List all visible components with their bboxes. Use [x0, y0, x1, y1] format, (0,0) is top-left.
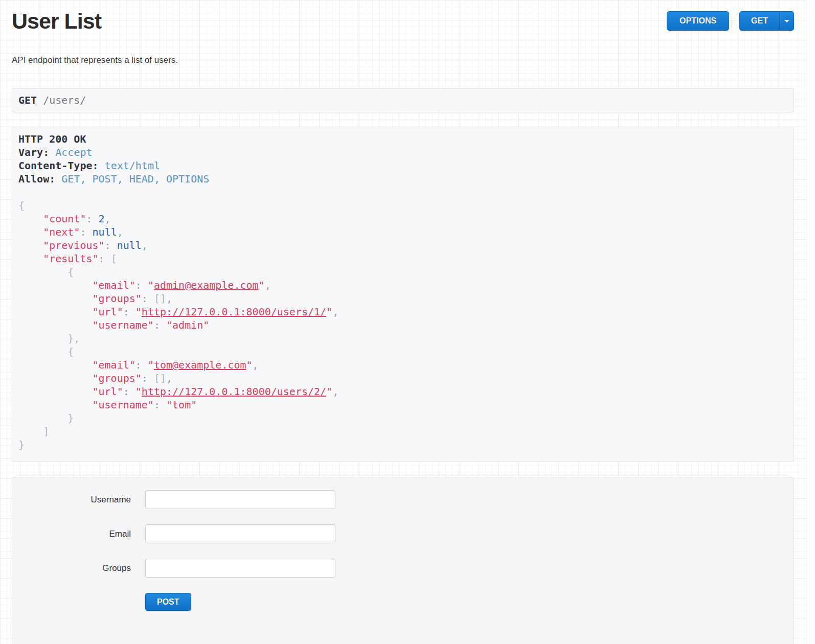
groups-row: Groups — [12, 559, 794, 578]
code-token: , — [105, 213, 111, 225]
code-token — [18, 372, 93, 384]
response-link[interactable]: http://127.0.0.1:8000/users/2/ — [142, 385, 326, 398]
code-token: : — [135, 359, 148, 371]
code-token: Accept — [55, 146, 92, 158]
code-token: : — [142, 292, 154, 305]
response-link[interactable]: http://127.0.0.1:8000/users/1/ — [142, 306, 326, 318]
code-token: "email" — [93, 279, 135, 291]
caret-down-icon — [784, 20, 789, 22]
code-token: 2 — [99, 213, 105, 225]
scrollbar-gutter — [806, 0, 815, 644]
code-token — [18, 252, 43, 265]
email-input[interactable] — [145, 524, 335, 543]
code-token: " — [259, 279, 265, 291]
code-token — [18, 385, 93, 398]
get-dropdown-toggle[interactable] — [780, 11, 794, 31]
code-token: "count" — [43, 213, 86, 225]
code-token — [18, 412, 67, 424]
code-token: , — [142, 239, 148, 251]
code-token: [ — [111, 252, 117, 265]
code-token: "admin" — [166, 319, 209, 331]
code-token: "groups" — [93, 372, 142, 384]
page: OPTIONS GET User List API endpoint that … — [12, 0, 794, 644]
code-token — [18, 266, 67, 278]
toolbar: OPTIONS GET — [667, 11, 794, 31]
code-token — [18, 332, 67, 344]
code-token: null — [93, 226, 117, 238]
post-button[interactable]: POST — [145, 593, 191, 611]
code-token: , — [265, 279, 271, 291]
code-token: : — [142, 372, 154, 384]
post-form-panel: UsernameEmailGroups POST — [12, 477, 794, 644]
code-token: "username" — [93, 319, 154, 331]
request-method: GET — [18, 94, 37, 106]
code-token: Vary: — [18, 146, 49, 158]
response-panel: HTTP 200 OK Vary: Accept Content-Type: t… — [12, 127, 794, 462]
code-token — [18, 359, 93, 371]
response-link[interactable]: tom@example.com — [154, 359, 246, 371]
code-token: "previous" — [43, 239, 104, 251]
code-token: "groups" — [93, 292, 142, 305]
code-token: HTTP 200 OK — [18, 133, 86, 145]
code-token: " — [148, 279, 154, 291]
code-token: "tom" — [166, 399, 197, 411]
request-line: GET/users/ — [12, 88, 794, 112]
code-token: { — [67, 346, 74, 358]
code-token: , — [253, 359, 259, 371]
code-token — [49, 146, 55, 158]
username-input[interactable] — [145, 490, 335, 509]
code-token: GET, POST, HEAD, OPTIONS — [61, 173, 209, 185]
code-token: : — [123, 306, 135, 318]
code-token: : — [154, 319, 166, 331]
code-token: [] — [154, 372, 166, 384]
code-token: "url" — [93, 385, 123, 398]
code-token: text/html — [105, 159, 160, 172]
code-token: , — [117, 226, 123, 238]
code-token — [18, 226, 43, 238]
code-token: }, — [67, 332, 80, 344]
username-label: Username — [12, 495, 131, 505]
endpoint-description: API endpoint that represents a list of u… — [12, 55, 794, 65]
code-token: : — [80, 226, 92, 238]
code-token: " — [326, 385, 332, 398]
code-token: } — [67, 412, 74, 424]
response-link[interactable]: admin@example.com — [154, 279, 259, 291]
code-token — [18, 346, 67, 358]
code-token: , — [332, 306, 338, 318]
code-token: " — [135, 385, 142, 398]
code-token — [18, 239, 43, 251]
code-token: " — [148, 359, 154, 371]
form-fields: UsernameEmailGroups — [12, 490, 794, 578]
code-token: : — [123, 385, 135, 398]
code-token: : — [154, 399, 166, 411]
code-token: : — [105, 239, 117, 251]
code-token: " — [246, 359, 253, 371]
code-token: { — [18, 199, 25, 212]
code-token: , — [166, 372, 172, 384]
response-body: HTTP 200 OK Vary: Accept Content-Type: t… — [18, 132, 787, 451]
code-token: "email" — [93, 359, 135, 371]
code-token: " — [135, 306, 142, 318]
get-button-group: GET — [739, 11, 794, 31]
code-token — [18, 399, 93, 411]
email-row: Email — [12, 524, 794, 543]
groups-input[interactable] — [145, 559, 335, 578]
code-token — [99, 159, 105, 172]
code-token: { — [67, 266, 74, 278]
request-path: /users/ — [43, 94, 86, 106]
username-row: Username — [12, 490, 794, 509]
code-token — [18, 319, 93, 331]
code-token — [18, 425, 43, 438]
email-label: Email — [12, 529, 131, 539]
code-token: " — [326, 306, 332, 318]
options-button[interactable]: OPTIONS — [667, 11, 729, 31]
code-token — [18, 213, 43, 225]
code-token: "next" — [43, 226, 80, 238]
code-token: "url" — [93, 306, 123, 318]
code-token: [] — [154, 292, 166, 305]
code-token: "results" — [43, 252, 98, 265]
groups-label: Groups — [12, 563, 131, 573]
code-token: "username" — [93, 399, 154, 411]
code-token — [55, 173, 61, 185]
get-button[interactable]: GET — [739, 11, 780, 31]
